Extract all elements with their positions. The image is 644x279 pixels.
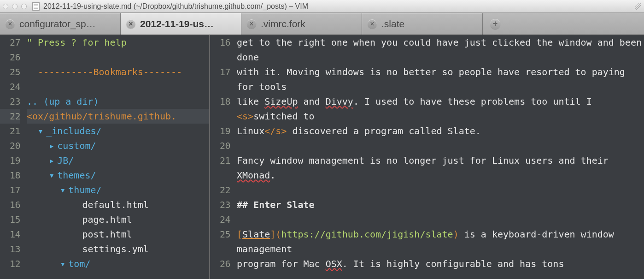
line-number: 25: [210, 227, 230, 242]
close-tab-icon[interactable]: ×: [368, 19, 377, 29]
tree-line[interactable]: default.html: [27, 197, 209, 212]
line-number: [210, 242, 230, 256]
document-icon: [32, 2, 40, 11]
line-number: 24: [210, 212, 230, 227]
code-line[interactable]: get to the right one when you could have…: [237, 35, 644, 65]
editor-content[interactable]: get to the right one when you could have…: [235, 35, 644, 279]
line-number: [210, 168, 230, 183]
line-number: [210, 79, 230, 94]
line-number: 15: [0, 212, 20, 227]
code-line[interactable]: [237, 212, 644, 227]
tree-line[interactable]: thume/: [27, 183, 209, 197]
line-number: 21: [0, 124, 20, 138]
chevron-right-icon[interactable]: [49, 155, 57, 166]
chevron-down-icon[interactable]: [60, 258, 68, 269]
tree-line[interactable]: .. (up a dir): [27, 94, 209, 109]
close-window-icon[interactable]: [3, 4, 8, 9]
code-line[interactable]: [Slate](https://github.com/jigish/slate)…: [237, 227, 644, 256]
chevron-down-icon[interactable]: [49, 170, 57, 181]
code-line[interactable]: program for Mac OSX. It is highly config…: [237, 256, 644, 271]
tree-line[interactable]: _includes/: [27, 124, 209, 138]
chevron-down-icon[interactable]: [60, 184, 68, 196]
chevron-down-icon[interactable]: [38, 125, 46, 137]
line-number: 16: [210, 35, 230, 50]
tab-label: configurator_sp…: [19, 18, 96, 30]
zoom-window-icon[interactable]: [21, 4, 27, 9]
tab-label: .vimrc.fork: [261, 18, 305, 30]
line-number: 18: [210, 94, 230, 109]
tree-line: ----------Bookmarks-------: [27, 65, 209, 79]
line-number: 23: [210, 197, 230, 212]
tree-line: " Press ? for help: [27, 35, 209, 50]
main-editor-pane[interactable]: 1617181920212223242526 get to the right …: [209, 35, 644, 279]
line-number: 22: [210, 183, 230, 197]
code-line[interactable]: [237, 183, 644, 197]
minimize-window-icon[interactable]: [12, 4, 18, 9]
line-number: [210, 109, 230, 124]
close-tab-icon[interactable]: ×: [126, 19, 135, 29]
tree-line[interactable]: tom/: [27, 256, 209, 271]
line-number: 25: [0, 65, 20, 79]
tree-line[interactable]: themes/: [27, 168, 209, 183]
tab-label: 2012-11-19-us…: [140, 18, 214, 30]
tab-1[interactable]: ×2012-11-19-us…: [121, 13, 241, 35]
tree-line[interactable]: <ox/github/trishume.github.: [27, 109, 209, 124]
line-number: 26: [210, 256, 230, 271]
tab-0[interactable]: ×configurator_sp…: [0, 13, 121, 35]
code-line[interactable]: like SizeUp and Divvy. I used to have th…: [237, 94, 644, 124]
line-number: 26: [0, 50, 20, 65]
window-title: 2012-11-19-using-slate.md (~/Dropbox/git…: [43, 2, 635, 11]
line-number: 16: [0, 197, 20, 212]
code-line[interactable]: Linux</s> discovered a program called Sl…: [237, 124, 644, 138]
tab-bar: ×configurator_sp…×2012-11-19-us…×.vimrc.…: [0, 13, 644, 35]
plus-icon[interactable]: +: [490, 19, 500, 29]
editor: 27262524232221201918171615141312 " Press…: [0, 35, 644, 279]
tree-line: [27, 79, 209, 94]
tree-line[interactable]: JB/: [27, 153, 209, 168]
line-number: 18: [0, 168, 20, 183]
window-controls[interactable]: [3, 4, 27, 9]
tree-line[interactable]: page.html: [27, 212, 209, 227]
line-number: 17: [0, 183, 20, 197]
line-number: 12: [0, 256, 20, 271]
tree-line: [27, 50, 209, 65]
close-tab-icon[interactable]: ×: [6, 19, 15, 29]
line-number: 23: [0, 94, 20, 109]
nerdtree-content[interactable]: " Press ? for help ----------Bookmarks--…: [25, 35, 209, 279]
line-number: 19: [210, 124, 230, 138]
tab-3[interactable]: ×.slate: [362, 13, 483, 35]
line-number: 19: [0, 153, 20, 168]
line-number: [210, 50, 230, 65]
chevron-right-icon[interactable]: [49, 140, 57, 151]
title-bar: 2012-11-19-using-slate.md (~/Dropbox/git…: [0, 0, 644, 13]
resize-grip-icon[interactable]: [635, 3, 641, 10]
close-tab-icon[interactable]: ×: [247, 19, 256, 29]
nerdtree-pane[interactable]: 27262524232221201918171615141312 " Press…: [0, 35, 209, 279]
line-number: 21: [210, 153, 230, 168]
tab-2[interactable]: ×.vimrc.fork: [241, 13, 362, 35]
tree-line[interactable]: settings.yml: [27, 242, 209, 256]
tree-line[interactable]: custom/: [27, 138, 209, 153]
new-tab-button[interactable]: +: [483, 13, 644, 35]
line-number: 20: [210, 138, 230, 153]
code-line[interactable]: [237, 138, 644, 153]
line-number: 24: [0, 79, 20, 94]
line-number: 20: [0, 138, 20, 153]
line-number: 14: [0, 227, 20, 242]
line-number: 27: [0, 35, 20, 50]
right-gutter: 1617181920212223242526: [210, 35, 235, 279]
tree-line[interactable]: post.html: [27, 227, 209, 242]
code-line[interactable]: ## Enter Slate: [237, 197, 644, 212]
code-line[interactable]: with it. Moving windows is no better so …: [237, 65, 644, 94]
line-number: 22: [0, 109, 20, 124]
code-line[interactable]: Fancy window management is no longer jus…: [237, 153, 644, 183]
line-number: 17: [210, 65, 230, 79]
left-gutter: 27262524232221201918171615141312: [0, 35, 25, 279]
tab-label: .slate: [381, 18, 404, 30]
line-number: 13: [0, 242, 20, 256]
